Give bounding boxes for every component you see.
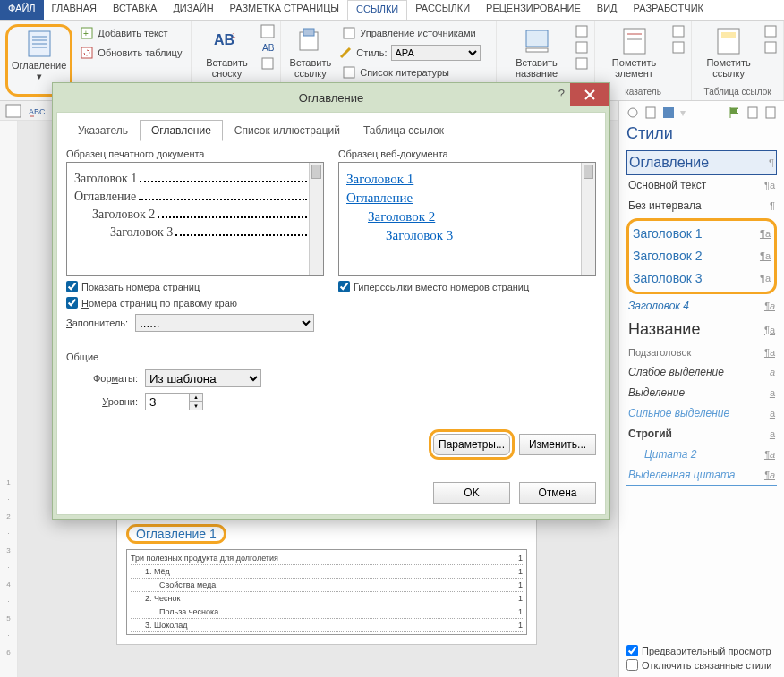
style-h2[interactable]: Заголовок 2¶a [631,245,772,267]
toc-heading[interactable]: Оглавление 1 [126,524,226,544]
spellcheck-icon[interactable]: ABC [29,104,45,118]
style-subtitle[interactable]: Подзаголовок¶a [626,343,777,362]
tab-review[interactable]: РЕЦЕНЗИРОВАНИЕ [478,0,589,20]
style-toc[interactable]: Оглавление¶ [626,150,777,175]
chk-show-pages[interactable]: Показать номера страниц [66,281,324,292]
svg-rect-21 [576,58,587,69]
page: Оглавление 1 Три полезных продукта для д… [116,514,537,645]
page-width-icon[interactable] [5,104,21,118]
manage-sources-label: Управление источниками [360,28,475,38]
modify-button[interactable]: Изменить... [519,434,596,455]
svg-rect-12 [262,58,273,69]
tab-layout[interactable]: РАЗМЕТКА СТРАНИЦЫ [222,0,347,20]
tab-design[interactable]: ДИЗАЙН [165,0,221,20]
insert-toa-icon[interactable] [763,24,778,38]
doc2-icon[interactable] [746,106,759,119]
dialog-body: Указатель Оглавление Список иллюстраций … [56,112,606,515]
web-scrollbar[interactable] [581,163,595,275]
style-icon [338,46,353,60]
doc3-icon[interactable] [764,106,777,119]
doc-icon[interactable] [644,106,657,119]
spin-down[interactable]: ▼ [189,402,203,410]
style-intense-emphasis[interactable]: Сильное выделениеa [626,403,777,424]
dialog-titlebar[interactable]: Оглавление ? [53,83,609,112]
insert-index-icon[interactable] [671,24,686,38]
cancel-button[interactable]: Отмена [519,482,596,504]
options-button[interactable]: Параметры... [433,434,510,455]
dialog-tabs: Указатель Оглавление Список иллюстраций … [66,120,596,141]
levels-spinner[interactable]: ▲▼ [145,393,203,410]
bibliography-button[interactable]: Список литературы [338,63,490,81]
style-quote2[interactable]: Цитата 2¶a [626,444,777,465]
cross-ref-icon[interactable] [575,56,589,71]
tab-home[interactable]: ГЛАВНАЯ [44,0,105,20]
style-h3[interactable]: Заголовок 3¶a [631,267,772,290]
svg-point-33 [628,108,637,117]
update-toa-icon[interactable] [763,40,778,55]
insert-tof-icon[interactable] [575,24,589,38]
vertical-ruler: 1·2·3·4·5·6 [0,121,18,677]
web-preview-label: Образец веб-документа [338,148,596,159]
endnote-icon[interactable] [260,24,275,38]
ok-button[interactable]: OK [433,482,510,504]
svg-rect-25 [673,26,684,37]
style-label: Стиль: [356,47,387,58]
add-text-button[interactable]: + Добавить текст [76,24,185,42]
svg-rect-29 [765,26,776,37]
tab-references[interactable]: ССЫЛКИ [347,0,407,20]
general-label: Общие [66,351,596,362]
mark-entry-label: Пометить элемент [604,57,664,79]
svg-rect-26 [673,42,684,53]
style-no-spacing[interactable]: Без интервала¶ [626,196,777,216]
dialog-close-button[interactable] [570,83,609,106]
svg-rect-19 [576,26,587,37]
tab-view[interactable]: ВИД [589,0,626,20]
style-h1[interactable]: Заголовок 1¶a [631,223,772,245]
dlg-tab-authorities[interactable]: Таблица ссылок [352,120,456,141]
levels-input[interactable] [145,393,190,410]
style-intense-quote[interactable]: Выделенная цитата¶a [626,465,777,486]
save-icon[interactable] [662,106,675,119]
update-tof-icon[interactable] [575,40,589,55]
mark-entry-button[interactable]: Пометить элемент [601,24,668,87]
tab-developer[interactable]: РАЗРАБОТЧИК [626,0,712,20]
style-body[interactable]: Основной текст¶a [626,175,777,196]
tab-insert[interactable]: ВСТАВКА [105,0,165,20]
manage-sources-button[interactable]: Управление источниками [338,24,490,42]
chk-hyperlinks[interactable]: Гиперссылки вместо номеров страниц [338,281,596,292]
tab-mailings[interactable]: РАССЫЛКИ [407,0,478,20]
heading-styles-group: Заголовок 1¶a Заголовок 2¶a Заголовок 3¶… [626,218,777,294]
style-emphasis[interactable]: Выделениеa [626,383,777,403]
svg-rect-35 [663,107,674,118]
style-strong[interactable]: Строгийa [626,424,777,444]
styles-pane-title: Стили [626,124,777,143]
circle-icon[interactable] [626,106,639,119]
fill-select[interactable]: ...... [135,314,314,332]
style-title[interactable]: Название¶a [626,317,777,343]
dlg-tab-figures[interactable]: Список иллюстраций [223,120,352,141]
svg-rect-14 [303,29,314,36]
update-table-button[interactable]: Обновить таблицу [76,44,185,62]
chk-preview[interactable]: Предварительный просмотр [626,645,777,656]
show-notes-icon[interactable] [260,56,275,71]
next-footnote-icon[interactable]: AB [260,40,275,55]
chk-right-align[interactable]: Номера страниц по правому краю [66,297,324,309]
update-index-icon[interactable] [671,40,686,55]
formats-select[interactable]: Из шаблона [145,369,261,387]
style-select[interactable]: APA [391,45,481,61]
add-text-icon: + [80,26,94,40]
levels-label: Уровни: [79,396,138,407]
style-subtle-emphasis[interactable]: Слабое выделениеa [626,362,777,383]
style-h4[interactable]: Заголовок 4¶a [626,296,777,317]
dialog-help-button[interactable]: ? [558,87,565,100]
dlg-tab-toc[interactable]: Оглавление [140,120,223,141]
dlg-tab-index[interactable]: Указатель [66,120,140,141]
spin-up[interactable]: ▲ [189,393,203,402]
add-text-label: Добавить текст [98,28,167,38]
mark-citation-button[interactable]: Пометить ссылку [697,24,760,87]
print-scrollbar[interactable] [309,163,323,275]
svg-rect-28 [721,32,736,38]
flag-icon[interactable] [729,106,741,119]
tab-file[interactable]: ФАЙЛ [0,0,44,20]
chk-linked[interactable]: Отключить связанные стили [626,659,777,671]
